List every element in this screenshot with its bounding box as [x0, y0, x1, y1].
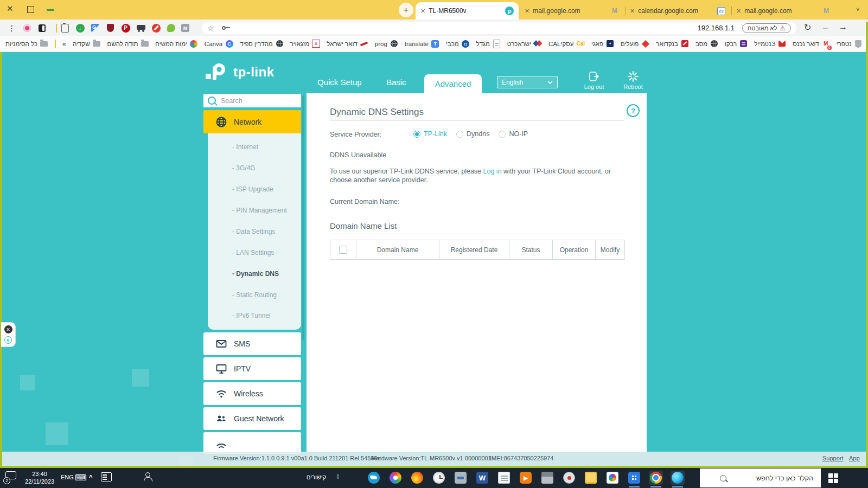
browser-menu-icon[interactable]: ⋮	[7, 23, 17, 33]
blocker-extension-icon[interactable]	[151, 23, 161, 33]
tab-close-icon[interactable]: ✕	[736, 8, 741, 15]
tab-tl-mr6500v[interactable]: ✕ TL-MR6500v p	[416, 2, 519, 20]
back-arrow-icon[interactable]: →	[839, 22, 847, 32]
logout-button[interactable]: Log out	[583, 71, 605, 90]
sidebar-subitem-ipv6-tunnel[interactable]: - IPv6 Tunnel	[208, 312, 301, 319]
language-select[interactable]: English	[497, 76, 558, 88]
close-icon[interactable]: ✕	[4, 325, 12, 333]
login-link[interactable]: Log in	[483, 168, 502, 175]
sidebar-subitem-isp-upgrade[interactable]: - ISP Upgrade	[208, 185, 301, 193]
taskbar-calculator-icon[interactable]	[627, 471, 641, 485]
reader-mode-icon[interactable]	[37, 23, 47, 33]
bookmark-item[interactable]: מסב	[695, 40, 718, 48]
window-restore-icon[interactable]	[27, 6, 34, 13]
taskbar-notepad-icon[interactable]	[497, 471, 511, 485]
sidebar-item-guest-network[interactable]: Guest Network	[203, 407, 301, 430]
idm-downloader-icon[interactable]: ↓	[75, 23, 85, 33]
bookmark-item[interactable]: שקדיה	[73, 40, 101, 48]
support-link[interactable]: Support	[822, 455, 844, 461]
sidebar-subitem-3g4g[interactable]: - 3G/4G	[208, 164, 301, 172]
taskbar-chrome-icon[interactable]	[649, 471, 663, 485]
bookmark-item[interactable]: ישראכרט	[507, 40, 542, 48]
people-icon[interactable]	[143, 472, 153, 481]
taskbar-satellite-app-icon[interactable]	[562, 471, 576, 485]
app-link[interactable]: App	[849, 455, 860, 461]
taskbar-search[interactable]	[700, 468, 821, 487]
new-tab-button[interactable]: +	[399, 3, 413, 17]
bookmark-item[interactable]: prog	[375, 40, 398, 48]
bookmarks-overflow-chevron[interactable]: «	[62, 40, 66, 48]
select-all-checkbox[interactable]	[339, 246, 347, 254]
news-icon[interactable]	[101, 472, 112, 481]
taskbar-cloud-app-icon[interactable]	[367, 471, 381, 485]
keyboard-icon[interactable]: ⌨	[75, 473, 87, 483]
taskbar-clock[interactable]: 23:40 22/11/2023	[22, 470, 58, 485]
bookmark-item[interactable]: מגדל	[476, 40, 501, 48]
radio-dyndns[interactable]: Dyndns	[456, 130, 489, 138]
bookmark-item[interactable]: נטפרי	[837, 40, 863, 48]
language-indicator[interactable]: ENG	[61, 474, 74, 480]
bookmark-star-icon[interactable]: ☆	[207, 24, 214, 33]
help-icon[interactable]: ?	[627, 104, 640, 117]
tab-quick-setup[interactable]: Quick Setup	[317, 78, 362, 87]
truck-extension-icon[interactable]	[136, 23, 146, 33]
security-badge[interactable]: לא מאובטח ⚠	[742, 23, 791, 33]
tab-advanced[interactable]: Advanced	[424, 74, 482, 93]
sidebar-item-wireless[interactable]: Wireless	[203, 382, 301, 405]
taskbar-edge-icon[interactable]	[671, 471, 685, 485]
tab-close-icon[interactable]: ✕	[525, 8, 529, 15]
tab-list-chevron-icon[interactable]: ˅	[856, 6, 859, 12]
bookmark-item[interactable]: ימות המשיח	[155, 40, 198, 48]
links-toolbar-label[interactable]: קישורים	[307, 474, 326, 480]
translate-extension-icon[interactable]: G	[90, 23, 100, 33]
flower-extension-icon[interactable]	[22, 23, 32, 33]
taskbar-paint-app-icon[interactable]	[388, 471, 403, 485]
taskbar-search-input[interactable]	[731, 474, 814, 483]
bookmark-all-bookmarks[interactable]: כל הסימניות	[5, 40, 48, 48]
sidebar-item-iptv[interactable]: IPTV	[203, 357, 301, 380]
sidebar-item-network[interactable]: Network	[203, 110, 301, 133]
taskbar-file-explorer-icon[interactable]	[584, 471, 598, 485]
bookmark-item[interactable]: תודה להשם	[107, 40, 149, 48]
taskbar-clock-app-icon[interactable]	[432, 471, 446, 485]
taskbar-photo-app-icon[interactable]	[605, 471, 620, 485]
bookmark-item[interactable]: CanvaC	[205, 40, 233, 48]
bookmark-item[interactable]: דואר נכנסM6	[793, 40, 829, 48]
clipboard-extension-icon[interactable]	[60, 23, 70, 33]
taskbar-fax-app-icon[interactable]	[540, 471, 554, 485]
bookmark-item[interactable]: מזגאוירii	[290, 40, 321, 48]
url-text[interactable]: 192.168.1.1	[697, 24, 735, 32]
tab-close-icon[interactable]: ✕	[420, 8, 425, 15]
window-minimize-icon[interactable]	[47, 9, 54, 11]
reload-icon[interactable]: ↻	[804, 22, 811, 33]
bookmark-item[interactable]: עסקיCALCal	[548, 40, 585, 48]
address-bar[interactable]: ☆ 192.168.1.1 לא מאובטח ⚠	[202, 22, 796, 34]
sidebar-subitem-pin-management[interactable]: - PIN Management	[208, 207, 301, 214]
taskbar-installer-app-icon[interactable]	[454, 471, 468, 485]
sidebar-search[interactable]	[203, 94, 301, 107]
green-extension-icon[interactable]	[166, 23, 176, 33]
links-toolbar-handle[interactable]: ‖	[336, 473, 339, 480]
window-close-icon[interactable]: ✕	[7, 4, 14, 14]
tab-close-icon[interactable]: ✕	[630, 8, 635, 15]
sidebar-scrollbar[interactable]	[302, 95, 304, 341]
sidebar-subitem-dynamic-dns[interactable]: - Dynamic DNS	[208, 270, 301, 278]
sidebar-subitem-lan-settings[interactable]: - LAN Settings	[208, 249, 301, 256]
radio-tplink[interactable]: TP-Link	[413, 130, 447, 138]
chevron-up-icon[interactable]: ^	[89, 474, 92, 480]
sidebar-subitem-data-settings[interactable]: - Data Settings	[208, 228, 301, 235]
m-extension-icon[interactable]: M	[180, 23, 190, 33]
start-button[interactable]	[828, 473, 838, 483]
bookmark-item[interactable]: translateT	[405, 40, 439, 48]
bookmark-item[interactable]: 013מייל	[754, 40, 786, 48]
password-key-icon[interactable]	[222, 25, 230, 31]
bookmark-item[interactable]: מהדרין ספיד	[240, 40, 284, 48]
pinterest-icon[interactable]: P	[120, 23, 131, 33]
e-reader-icon[interactable]: e	[4, 336, 12, 344]
taskbar-media-player-icon[interactable]: ▶	[519, 471, 533, 485]
tab-calendar-google[interactable]: ✕ calendar.google.com 22	[625, 2, 730, 20]
sidebar-subitem-static-routing[interactable]: - Static Routing	[208, 291, 301, 299]
tab-mail-google[interactable]: ✕ mail.google.com M	[520, 2, 624, 20]
radio-noip[interactable]: NO-IP	[499, 130, 528, 138]
sidebar-item-sms[interactable]: SMS	[203, 332, 301, 355]
